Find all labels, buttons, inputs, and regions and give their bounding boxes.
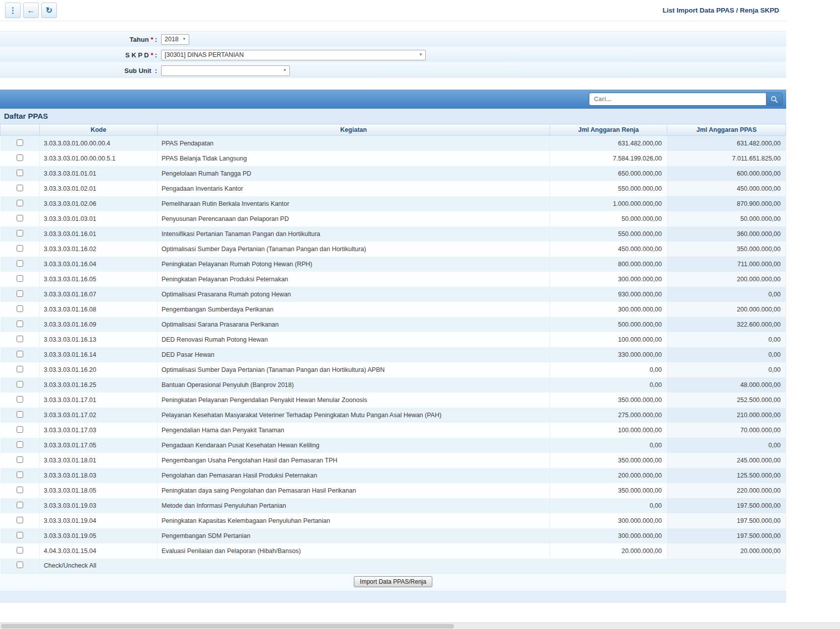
row-anggaran-renja: 100.000.000,00 — [550, 332, 667, 347]
back-button[interactable]: ← — [23, 3, 39, 18]
row-checkbox[interactable] — [17, 275, 23, 282]
grid-footer — [0, 591, 786, 603]
refresh-button[interactable]: ↻ — [41, 3, 57, 18]
row-anggaran-renja: 300.000.000,00 — [550, 513, 667, 528]
row-checkbox[interactable] — [17, 441, 23, 448]
row-checkbox-cell — [1, 543, 40, 559]
menu-button[interactable]: ⋮ — [5, 3, 21, 18]
row-checkbox-cell — [1, 362, 40, 377]
row-checkbox[interactable] — [17, 290, 23, 297]
row-checkbox[interactable] — [17, 426, 23, 433]
row-checkbox[interactable] — [17, 321, 23, 327]
row-checkbox[interactable] — [17, 532, 23, 538]
tahun-select[interactable]: 2018 ▼ — [161, 34, 189, 45]
row-anggaran-renja: 450.000.000,00 — [550, 242, 667, 257]
row-checkbox[interactable] — [17, 547, 23, 554]
row-checkbox-cell — [1, 226, 40, 242]
row-kegiatan: Pengolahan dan Pemasaran Hasil Produksi … — [158, 468, 550, 483]
row-checkbox-cell — [1, 332, 40, 347]
table-row: 3.03.3.03.01.19.05 Pengembangan SDM Pert… — [1, 528, 786, 543]
row-checkbox[interactable] — [17, 170, 23, 176]
sub-unit-select[interactable]: ▼ — [161, 65, 290, 76]
row-anggaran-ppas: 450.000.000,00 — [667, 181, 786, 196]
row-checkbox[interactable] — [17, 366, 23, 372]
row-anggaran-renja: 0,00 — [550, 438, 667, 453]
row-checkbox-cell — [1, 453, 40, 468]
row-anggaran-ppas: 322.600.000,00 — [667, 317, 786, 332]
row-kode: 3.03.3.03.01.16.14 — [40, 347, 158, 362]
table-row: 3.03.3.03.01.16.02 Optimalisasi Sumber D… — [1, 242, 786, 257]
row-anggaran-ppas: 7.011.651.825,00 — [667, 151, 786, 166]
horizontal-scrollbar[interactable] — [0, 622, 840, 629]
row-anggaran-ppas: 70.000.000,00 — [667, 423, 786, 438]
search-box — [589, 93, 783, 106]
row-kode: 3.03.3.03.01.19.04 — [40, 513, 158, 528]
filter-row-skpd: S K P D*: [30301] DINAS PERTANIAN ▼ — [0, 47, 786, 63]
row-checkbox[interactable] — [17, 245, 23, 252]
check-all-checkbox[interactable] — [17, 562, 23, 568]
row-kode: 3.03.3.03.01.16.04 — [40, 257, 158, 272]
row-anggaran-ppas: 631.482.000,00 — [667, 136, 786, 151]
check-all-label: Check/Uncheck All — [40, 559, 786, 574]
row-anggaran-ppas: 20.000.000,00 — [667, 543, 786, 559]
row-checkbox[interactable] — [17, 305, 23, 312]
tahun-required-mark: * — [149, 36, 155, 43]
row-checkbox[interactable] — [17, 185, 23, 191]
row-kegiatan: Intensifikasi Pertanian Tanaman Pangan d… — [158, 226, 550, 242]
search-button[interactable] — [766, 93, 783, 106]
row-kode: 3.03.3.03.01.17.02 — [40, 408, 158, 423]
row-checkbox[interactable] — [17, 456, 23, 463]
row-anggaran-ppas: 197.500.000,00 — [667, 513, 786, 528]
row-checkbox[interactable] — [17, 215, 23, 221]
table-header-row: Kode Kegiatan Jml Anggaran Renja Jml Ang… — [1, 124, 786, 136]
row-anggaran-renja: 0,00 — [550, 362, 667, 377]
row-anggaran-ppas: 0,00 — [667, 362, 786, 377]
row-checkbox[interactable] — [17, 502, 23, 508]
row-checkbox[interactable] — [17, 351, 23, 357]
row-anggaran-ppas: 252.500.000,00 — [667, 392, 786, 408]
row-kode: 3.03.3.03.01.00.00.00.5.1 — [40, 151, 158, 166]
row-kegiatan: Pengembangan Usaha Pengolahan Hasil dan … — [158, 453, 550, 468]
row-checkbox[interactable] — [17, 336, 23, 342]
row-anggaran-ppas: 200.000.000,00 — [667, 272, 786, 287]
row-checkbox[interactable] — [17, 471, 23, 478]
skpd-required-mark: * — [149, 51, 155, 59]
filter-row-tahun: Tahun*: 2018 ▼ — [0, 32, 786, 47]
table-row: 3.03.3.03.01.16.05 Peningkatan Pelayanan… — [1, 272, 786, 287]
row-checkbox[interactable] — [17, 396, 23, 403]
row-checkbox[interactable] — [17, 517, 23, 523]
skpd-select[interactable]: [30301] DINAS PERTANIAN ▼ — [161, 50, 426, 60]
row-checkbox[interactable] — [17, 154, 23, 161]
row-checkbox[interactable] — [17, 381, 23, 387]
row-checkbox[interactable] — [17, 411, 23, 418]
row-checkbox[interactable] — [17, 200, 23, 206]
search-input[interactable] — [589, 93, 766, 106]
row-anggaran-renja: 275.000.000,00 — [550, 408, 667, 423]
row-anggaran-renja: 0,00 — [550, 498, 667, 513]
import-data-button[interactable]: Import Data PPAS/Renja — [354, 576, 432, 587]
row-kode: 3.03.3.03.01.18.05 — [40, 483, 158, 498]
row-anggaran-renja: 50.000.000,00 — [550, 211, 667, 226]
row-checkbox-cell — [1, 423, 40, 438]
row-checkbox[interactable] — [17, 139, 23, 146]
table-row: 3.03.3.03.01.16.14 DED Pasar Hewan 330.0… — [1, 347, 786, 362]
table-row: 3.03.3.03.01.17.01 Peningkatan Pelayanan… — [1, 392, 786, 408]
row-checkbox-cell — [1, 211, 40, 226]
row-checkbox[interactable] — [17, 487, 23, 493]
horizontal-scrollbar-thumb[interactable] — [1, 624, 454, 628]
column-header-ppas[interactable]: Jml Anggaran PPAS — [667, 124, 786, 136]
column-header-kegiatan[interactable]: Kegiatan — [158, 124, 550, 136]
column-header-kode[interactable]: Kode — [40, 124, 158, 136]
row-kode: 3.03.3.03.01.16.25 — [40, 377, 158, 392]
row-checkbox[interactable] — [17, 230, 23, 237]
table-row: 3.03.3.03.01.00.00.00.4 PPAS Pendapatan … — [1, 136, 786, 151]
checkbox-column-header — [1, 124, 40, 136]
row-kegiatan: Pengembangan SDM Pertanian — [158, 528, 550, 543]
toolbar: ⋮ ← ↻ List Import Data PPAS / Renja SKPD — [0, 0, 786, 21]
row-kode: 3.03.3.03.01.16.05 — [40, 272, 158, 287]
column-header-renja[interactable]: Jml Anggaran Renja — [550, 124, 667, 136]
row-kegiatan: Optimalisasi Sumber Daya Pertanian (Tana… — [158, 242, 550, 257]
row-checkbox[interactable] — [17, 260, 23, 267]
table-row: 3.03.3.03.01.18.01 Pengembangan Usaha Pe… — [1, 453, 786, 468]
row-checkbox-cell — [1, 196, 40, 211]
